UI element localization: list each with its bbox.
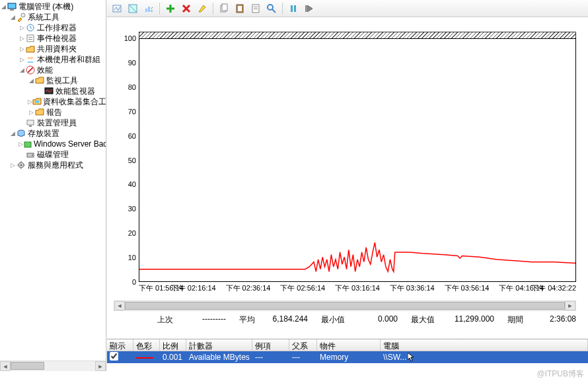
expand-icon[interactable]: ◢ <box>9 130 16 137</box>
tree-storage[interactable]: ◢存放裝置 <box>0 128 106 139</box>
counter-show-checkbox[interactable] <box>110 352 118 361</box>
x-tick: 下午 04:32:22 <box>531 283 576 293</box>
svg-rect-4 <box>27 35 34 42</box>
x-tick: 下午 02:56:14 <box>280 283 325 293</box>
collapse-icon[interactable]: ▷ <box>18 46 25 52</box>
computer-icon <box>7 1 17 12</box>
add-counter-button[interactable] <box>163 1 178 16</box>
collapse-icon[interactable]: ▷ <box>9 162 16 168</box>
x-tick: 下午 03:16:14 <box>335 283 380 293</box>
tree-local-users[interactable]: ▷本機使用者和群組 <box>0 54 106 65</box>
stat-last-label: 上次 <box>157 314 173 326</box>
tree-device-manager[interactable]: 裝置管理員 <box>0 118 106 128</box>
properties-button[interactable] <box>248 1 263 16</box>
scroll-left-icon[interactable]: ◄ <box>114 301 125 310</box>
tree-root[interactable]: ◢電腦管理 (本機) <box>0 1 106 12</box>
view-log-button[interactable] <box>126 1 140 16</box>
chart-type-button[interactable] <box>141 1 156 16</box>
svg-rect-13 <box>29 125 32 127</box>
update-button[interactable] <box>302 1 316 16</box>
y-tick: 70 <box>115 108 136 116</box>
y-tick: 30 <box>115 205 136 213</box>
scroll-right-icon[interactable]: ► <box>565 301 575 310</box>
expand-icon[interactable]: ◢ <box>18 67 25 73</box>
col-computer[interactable]: 電腦 <box>381 339 588 351</box>
x-tick: 下午 02:36:14 <box>226 283 271 293</box>
scroll-thumb[interactable] <box>11 362 44 370</box>
col-instance[interactable]: 例項 <box>252 339 289 351</box>
svg-rect-12 <box>27 120 34 125</box>
paste-button[interactable] <box>233 1 247 16</box>
svg-rect-23 <box>148 7 150 12</box>
expand-icon[interactable]: ◢ <box>28 77 34 84</box>
col-show[interactable]: 顯示 <box>107 339 133 351</box>
svg-point-19 <box>20 164 22 166</box>
backup-icon <box>23 139 32 149</box>
stats-row: 上次--------- 平均6,184.244 最小值0.000 最大值11,2… <box>139 314 576 326</box>
tree-hscroll[interactable]: ◄ ► <box>0 361 106 371</box>
collapse-icon[interactable]: ▷ <box>28 98 32 105</box>
copy-button[interactable] <box>217 1 231 16</box>
y-tick: 90 <box>115 59 136 67</box>
collapse-icon[interactable]: ▷ <box>18 35 25 42</box>
svg-rect-22 <box>145 9 147 12</box>
tree-reports[interactable]: ▷報告 <box>0 107 106 118</box>
tree-wsb[interactable]: ▷Windows Server Backu... <box>0 139 106 149</box>
svg-rect-30 <box>254 7 258 7</box>
col-object[interactable]: 物件 <box>317 339 381 351</box>
collapse-icon[interactable]: ▷ <box>18 141 23 147</box>
tree-system-tools[interactable]: ◢系統工具 <box>0 12 106 22</box>
svg-rect-31 <box>254 9 258 9</box>
tree-task-scheduler[interactable]: ▷工作排程器 <box>0 22 106 33</box>
tree-monitoring-tools[interactable]: ◢監視工具 <box>0 75 106 86</box>
scroll-left-icon[interactable]: ◄ <box>0 361 11 371</box>
freeze-button[interactable] <box>286 1 301 16</box>
y-tick: 0 <box>115 278 136 286</box>
tree-dcs[interactable]: ▷資料收集器集合工具 <box>0 96 106 107</box>
view-current-button[interactable] <box>110 1 124 16</box>
tree-perf-monitor[interactable]: 效能監視器 <box>0 86 106 96</box>
col-color[interactable]: 色彩 <box>133 339 160 351</box>
event-icon <box>25 33 36 44</box>
watermark: @ITPUB博客 <box>536 368 584 380</box>
scroll-thumb[interactable] <box>125 302 565 310</box>
col-scale[interactable]: 比例 <box>160 339 186 351</box>
folder-icon <box>32 96 42 107</box>
tree-services-apps[interactable]: ▷服務與應用程式 <box>0 160 106 170</box>
stat-min-label: 最小值 <box>321 314 345 326</box>
svg-rect-33 <box>291 5 293 12</box>
tree-performance[interactable]: ◢效能 <box>0 65 106 75</box>
chart-hscroll[interactable]: ◄ ► <box>114 300 576 311</box>
tree-event-viewer[interactable]: ▷事件檢視器 <box>0 33 106 44</box>
delete-counter-button[interactable] <box>179 1 194 16</box>
collapse-icon[interactable]: ▷ <box>18 56 25 63</box>
chart-canvas[interactable] <box>139 38 576 282</box>
zoom-button[interactable] <box>264 1 279 16</box>
col-counter[interactable]: 計數器 <box>186 339 252 351</box>
scroll-right-icon[interactable]: ► <box>95 361 106 371</box>
svg-point-32 <box>268 5 273 10</box>
stat-dur-value: 2:36:08 <box>530 314 576 326</box>
counter-color-swatch <box>136 357 153 359</box>
grid-header: 顯示 色彩 比例 計數器 例項 父系 物件 電腦 <box>107 339 588 351</box>
stat-last-value: --------- <box>180 314 226 326</box>
collapse-icon[interactable]: ▷ <box>28 109 34 116</box>
tree-shared-folders[interactable]: ▷共用資料夾 <box>0 44 106 54</box>
y-tick: 10 <box>115 254 136 261</box>
svg-rect-0 <box>8 3 16 9</box>
svg-rect-24 <box>151 10 153 12</box>
tree-disk-mgmt[interactable]: 磁碟管理 <box>0 149 106 160</box>
expand-icon[interactable]: ◢ <box>9 14 16 20</box>
y-tick: 40 <box>115 180 136 188</box>
collapse-icon[interactable]: ▷ <box>18 24 25 31</box>
counter-row[interactable]: 0.001 Available MBytes --- --- Memory \\… <box>107 351 588 363</box>
svg-rect-6 <box>28 39 32 40</box>
highlight-button[interactable] <box>195 1 209 16</box>
right-panel: 0102030405060708090100 下午 01:56:14下午 02:… <box>106 0 588 371</box>
expand-icon[interactable]: ◢ <box>0 3 7 10</box>
svg-point-2 <box>21 13 25 17</box>
col-parent[interactable]: 父系 <box>289 339 317 351</box>
services-icon <box>16 160 26 170</box>
users-icon <box>25 54 36 65</box>
chart-box <box>139 32 576 282</box>
